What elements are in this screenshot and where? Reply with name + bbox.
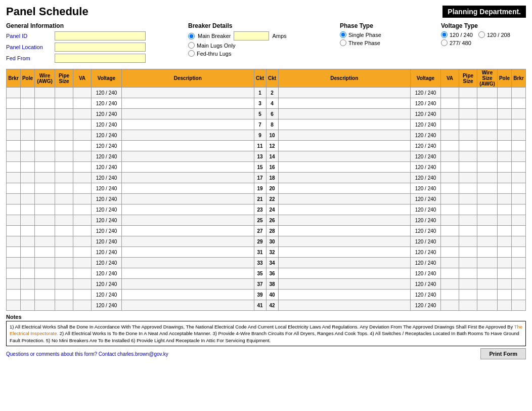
- va-left-cell[interactable]: [73, 141, 92, 151]
- desc-right-cell[interactable]: [278, 226, 411, 236]
- wire-right-cell[interactable]: [477, 268, 498, 279]
- bkr-left-cell[interactable]: [7, 226, 21, 236]
- pipe-left-cell[interactable]: [55, 162, 73, 173]
- wire-left-cell[interactable]: [35, 290, 55, 300]
- wire-left-cell[interactable]: [35, 258, 55, 268]
- bkr-right-cell[interactable]: [512, 141, 526, 151]
- bkr-left-cell[interactable]: [7, 151, 21, 162]
- desc-left-cell[interactable]: [122, 279, 254, 290]
- wire-left-cell[interactable]: [35, 226, 55, 236]
- wire-left-cell[interactable]: [35, 183, 55, 194]
- bkr-left-cell[interactable]: [7, 236, 21, 247]
- pole-right-cell[interactable]: [498, 162, 512, 173]
- panel-id-input[interactable]: [55, 31, 146, 40]
- pole-left-cell[interactable]: [21, 141, 35, 151]
- bkr-right-cell[interactable]: [512, 204, 526, 215]
- va-right-cell[interactable]: [441, 215, 459, 226]
- bkr-right-cell[interactable]: [512, 98, 526, 109]
- pole-left-cell[interactable]: [21, 204, 35, 215]
- wire-right-cell[interactable]: [477, 215, 498, 226]
- wire-right-cell[interactable]: [477, 109, 498, 119]
- va-left-cell[interactable]: [73, 290, 92, 300]
- pipe-left-cell[interactable]: [55, 194, 73, 204]
- va-left-cell[interactable]: [73, 215, 92, 226]
- desc-left-cell[interactable]: [122, 98, 254, 109]
- bkr-left-cell[interactable]: [7, 109, 21, 119]
- bkr-left-cell[interactable]: [7, 290, 21, 300]
- wire-left-cell[interactable]: [35, 109, 55, 119]
- pipe-left-cell[interactable]: [55, 290, 73, 300]
- wire-right-cell[interactable]: [477, 173, 498, 183]
- va-left-cell[interactable]: [73, 247, 92, 258]
- pipe-right-cell[interactable]: [459, 109, 477, 119]
- bkr-left-cell[interactable]: [7, 183, 21, 194]
- pole-right-cell[interactable]: [498, 300, 512, 311]
- pole-left-cell[interactable]: [21, 247, 35, 258]
- bkr-right-cell[interactable]: [512, 162, 526, 173]
- bkr-right-cell[interactable]: [512, 279, 526, 290]
- pole-left-cell[interactable]: [21, 215, 35, 226]
- voltage-120-240-radio[interactable]: [441, 31, 448, 38]
- va-right-cell[interactable]: [441, 98, 459, 109]
- bkr-left-cell[interactable]: [7, 204, 21, 215]
- va-left-cell[interactable]: [73, 162, 92, 173]
- desc-left-cell[interactable]: [122, 215, 254, 226]
- wire-left-cell[interactable]: [35, 130, 55, 141]
- va-left-cell[interactable]: [73, 204, 92, 215]
- bkr-right-cell[interactable]: [512, 130, 526, 141]
- desc-left-cell[interactable]: [122, 236, 254, 247]
- pipe-left-cell[interactable]: [55, 268, 73, 279]
- wire-left-cell[interactable]: [35, 162, 55, 173]
- pole-right-cell[interactable]: [498, 109, 512, 119]
- pipe-left-cell[interactable]: [55, 109, 73, 119]
- pole-left-cell[interactable]: [21, 88, 35, 98]
- wire-right-cell[interactable]: [477, 290, 498, 300]
- amps-input[interactable]: [234, 31, 269, 40]
- desc-left-cell[interactable]: [122, 130, 254, 141]
- va-right-cell[interactable]: [441, 151, 459, 162]
- pole-left-cell[interactable]: [21, 162, 35, 173]
- bkr-left-cell[interactable]: [7, 194, 21, 204]
- bkr-left-cell[interactable]: [7, 215, 21, 226]
- bkr-right-cell[interactable]: [512, 151, 526, 162]
- va-right-cell[interactable]: [441, 236, 459, 247]
- pipe-right-cell[interactable]: [459, 300, 477, 311]
- pole-left-cell[interactable]: [21, 119, 35, 130]
- pipe-right-cell[interactable]: [459, 141, 477, 151]
- bkr-right-cell[interactable]: [512, 300, 526, 311]
- desc-right-cell[interactable]: [278, 173, 411, 183]
- desc-left-cell[interactable]: [122, 119, 254, 130]
- voltage-277-480-radio[interactable]: [441, 39, 448, 46]
- pipe-right-cell[interactable]: [459, 268, 477, 279]
- pipe-right-cell[interactable]: [459, 247, 477, 258]
- wire-right-cell[interactable]: [477, 151, 498, 162]
- pole-left-cell[interactable]: [21, 279, 35, 290]
- pole-right-cell[interactable]: [498, 279, 512, 290]
- pipe-right-cell[interactable]: [459, 119, 477, 130]
- pipe-left-cell[interactable]: [55, 173, 73, 183]
- pipe-right-cell[interactable]: [459, 290, 477, 300]
- pipe-right-cell[interactable]: [459, 162, 477, 173]
- desc-left-cell[interactable]: [122, 88, 254, 98]
- pipe-right-cell[interactable]: [459, 194, 477, 204]
- bkr-left-cell[interactable]: [7, 88, 21, 98]
- pole-left-cell[interactable]: [21, 130, 35, 141]
- va-left-cell[interactable]: [73, 98, 92, 109]
- va-left-cell[interactable]: [73, 268, 92, 279]
- bkr-right-cell[interactable]: [512, 258, 526, 268]
- va-right-cell[interactable]: [441, 119, 459, 130]
- va-left-cell[interactable]: [73, 109, 92, 119]
- wire-right-cell[interactable]: [477, 141, 498, 151]
- pipe-right-cell[interactable]: [459, 204, 477, 215]
- pipe-left-cell[interactable]: [55, 258, 73, 268]
- pipe-right-cell[interactable]: [459, 88, 477, 98]
- va-right-cell[interactable]: [441, 268, 459, 279]
- pipe-left-cell[interactable]: [55, 215, 73, 226]
- pole-right-cell[interactable]: [498, 268, 512, 279]
- wire-right-cell[interactable]: [477, 204, 498, 215]
- va-left-cell[interactable]: [73, 183, 92, 194]
- desc-right-cell[interactable]: [278, 109, 411, 119]
- bkr-left-cell[interactable]: [7, 247, 21, 258]
- wire-right-cell[interactable]: [477, 236, 498, 247]
- pole-right-cell[interactable]: [498, 204, 512, 215]
